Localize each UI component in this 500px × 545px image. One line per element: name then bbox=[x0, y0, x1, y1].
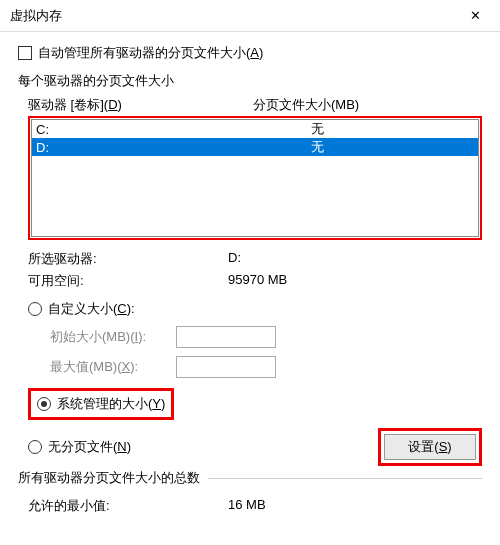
drive-cell: D: bbox=[36, 140, 311, 155]
list-header: 驱动器 [卷标](D) 分页文件大小(MB) bbox=[28, 96, 482, 114]
initial-size-input[interactable] bbox=[176, 326, 276, 348]
no-paging-radio[interactable]: 无分页文件(N) bbox=[28, 438, 131, 456]
drive-listbox[interactable]: C: 无 D: 无 bbox=[31, 119, 479, 237]
set-button[interactable]: 设置(S) bbox=[384, 434, 476, 460]
drive-cell: C: bbox=[36, 122, 311, 137]
close-button[interactable]: ✕ bbox=[460, 1, 490, 31]
auto-manage-label: 自动管理所有驱动器的分页文件大小(A) bbox=[38, 44, 263, 62]
max-size-label: 最大值(MB)(X): bbox=[50, 358, 170, 376]
radio-icon bbox=[37, 397, 51, 411]
min-allowed-label: 允许的最小值: bbox=[28, 497, 228, 515]
initial-size-label: 初始大小(MB)(I): bbox=[50, 328, 170, 346]
paging-cell: 无 bbox=[311, 138, 474, 156]
window-title: 虚拟内存 bbox=[10, 7, 62, 25]
auto-manage-checkbox-row[interactable]: 自动管理所有驱动器的分页文件大小(A) bbox=[18, 44, 482, 62]
header-drive: 驱动器 [卷标](D) bbox=[28, 96, 253, 114]
selected-drive-value: D: bbox=[228, 250, 241, 268]
list-row[interactable]: D: 无 bbox=[32, 138, 478, 156]
list-row[interactable]: C: 无 bbox=[32, 120, 478, 138]
radio-icon bbox=[28, 302, 42, 316]
system-managed-radio[interactable]: 系统管理的大小(Y) bbox=[37, 395, 165, 413]
paging-cell: 无 bbox=[311, 120, 474, 138]
min-allowed-value: 16 MB bbox=[228, 497, 266, 515]
available-space-value: 95970 MB bbox=[228, 272, 287, 290]
no-paging-label: 无分页文件(N) bbox=[48, 438, 131, 456]
radio-icon bbox=[28, 440, 42, 454]
available-space-label: 可用空间: bbox=[28, 272, 228, 290]
header-paging: 分页文件大小(MB) bbox=[253, 96, 482, 114]
system-managed-label: 系统管理的大小(Y) bbox=[57, 395, 165, 413]
dialog-content: 自动管理所有驱动器的分页文件大小(A) 每个驱动器的分页文件大小 驱动器 [卷标… bbox=[0, 32, 500, 527]
max-size-input[interactable] bbox=[176, 356, 276, 378]
total-label: 所有驱动器分页文件大小的总数 bbox=[18, 469, 208, 487]
titlebar: 虚拟内存 ✕ bbox=[0, 0, 500, 32]
group-divider: 所有驱动器分页文件大小的总数 bbox=[18, 478, 482, 479]
selected-drive-label: 所选驱动器: bbox=[28, 250, 228, 268]
each-drive-label: 每个驱动器的分页文件大小 bbox=[18, 72, 482, 90]
close-icon: ✕ bbox=[470, 8, 481, 23]
checkbox-icon bbox=[18, 46, 32, 60]
custom-size-label: 自定义大小(C): bbox=[48, 300, 135, 318]
custom-size-radio[interactable]: 自定义大小(C): bbox=[28, 300, 482, 318]
